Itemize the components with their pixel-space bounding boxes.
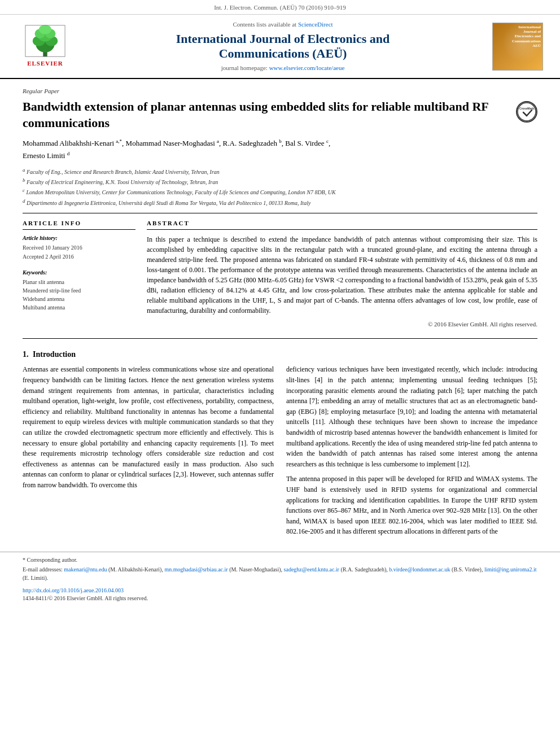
- abstract-block: ABSTRACT In this paper a technique is de…: [147, 219, 537, 333]
- affiliations-block: a Faculty of Eng., Science and Research …: [23, 167, 537, 207]
- journal-homepage: journal homepage: www.elsevier.com/locat…: [79, 64, 487, 72]
- doi-link[interactable]: http://dx.doi.org/10.1016/j.aeue.2016.04…: [23, 587, 124, 593]
- intro-para-2: deficiency various techniques have been …: [286, 364, 537, 469]
- author-3: R.A. Sadeghzadeh b: [223, 139, 282, 147]
- introduction-columns: Antennas are essential components in wir…: [23, 364, 537, 541]
- journal-title-block: Contents lists available at ScienceDirec…: [79, 20, 487, 72]
- homepage-link[interactable]: www.elsevier.com/locate/aeue: [269, 64, 345, 71]
- history-received: Received 10 January 2016: [23, 244, 135, 252]
- doi-line: http://dx.doi.org/10.1016/j.aeue.2016.04…: [0, 587, 560, 595]
- email-4[interactable]: b.virdee@londonmet.ac.uk: [389, 566, 450, 573]
- main-content-divider: [23, 338, 537, 339]
- intro-para-1: Antennas are essential components in wir…: [23, 364, 274, 490]
- email-addresses: makenari@ntu.edu (M. Alibakhshi-Kenari),…: [23, 566, 536, 581]
- elsevier-tree-icon: [23, 24, 68, 58]
- email-5[interactable]: limiti@ing.uniroma2.it: [484, 566, 537, 573]
- journal-cover-image: InternationalJournal ofElectronics andCo…: [487, 23, 549, 71]
- journal-name: International Journal of Electronics and…: [79, 32, 487, 62]
- abstract-text: In this paper a technique is described t…: [147, 234, 537, 316]
- keyword-3: Wideband antenna: [23, 295, 135, 303]
- email-2[interactable]: mn.moghadasi@srbiau.ac.ir: [164, 566, 228, 573]
- affiliation-d: d Dipartimento di Ingegneria Elettronica…: [23, 198, 537, 207]
- intro-col-2: deficiency various techniques have been …: [286, 364, 537, 541]
- top-citation-bar: Int. J. Electron. Commun. (AEÜ) 70 (2016…: [0, 0, 560, 15]
- elsevier-label-text: ELSEVIER: [27, 59, 63, 68]
- issn-line: 1434-8411/© 2016 Elsevier GmbH. All righ…: [0, 595, 560, 602]
- paper-title: Bandwidth extension of planar antennas u…: [23, 99, 537, 131]
- keyword-1: Planar slit antenna: [23, 278, 135, 286]
- affiliation-a: a Faculty of Eng., Science and Research …: [23, 167, 537, 176]
- article-info-title: ARTICLE INFO: [23, 219, 135, 230]
- email-label: E-mail addresses:: [23, 566, 63, 573]
- sciencedirect-link: Contents lists available at ScienceDirec…: [79, 20, 487, 29]
- paper-title-block: CrossMark Bandwidth extension of planar …: [23, 99, 537, 131]
- cover-logo-text: InternationalJournal ofElectronics andCo…: [512, 25, 541, 49]
- sciencedirect-anchor[interactable]: ScienceDirect: [298, 21, 333, 28]
- copyright-line: © 2016 Elsevier GmbH. All rights reserve…: [147, 320, 537, 329]
- article-info-divider: [23, 213, 537, 213]
- article-info-block: ARTICLE INFO Article history: Received 1…: [23, 219, 135, 333]
- paper-section: Regular Paper CrossMark Bandwidth extens…: [0, 87, 560, 339]
- keyword-2: Meandered strip-line feed: [23, 287, 135, 295]
- abstract-title: ABSTRACT: [147, 219, 537, 230]
- article-info-abstract-layout: ARTICLE INFO Article history: Received 1…: [23, 219, 537, 333]
- author-5: Ernesto Limiti d: [23, 151, 69, 160]
- elsevier-logo: ELSEVIER: [23, 24, 68, 68]
- paper-type-label: Regular Paper: [23, 87, 537, 95]
- crossmark-svg: CrossMark: [517, 102, 536, 121]
- affiliation-c: c London Metropolitan University, Center…: [23, 187, 537, 196]
- elsevier-branding: ELSEVIER: [11, 24, 79, 68]
- authors-line: Mohammad Alibakhshi-Kenari a,*, Mohammad…: [23, 137, 537, 162]
- email-3[interactable]: sadeghz@eetd.kntu.ac.ir: [284, 566, 339, 573]
- citation-text: Int. J. Electron. Commun. (AEÜ) 70 (2016…: [214, 4, 346, 11]
- crossmark-badge-container: CrossMark: [516, 101, 537, 123]
- intro-col-1: Antennas are essential components in wir…: [23, 364, 274, 541]
- footnotes-block: * Corresponding author. E-mail addresses…: [0, 552, 560, 582]
- introduction-title-text: Introduction: [33, 350, 76, 359]
- affiliation-b: b Faculty of Electrical Engineering, K.N…: [23, 177, 537, 186]
- main-content: 1. Introduction Antennas are essential c…: [0, 349, 560, 541]
- author-2: Mohammad Naser-Moghadasi a: [126, 139, 219, 147]
- journal-header: ELSEVIER Contents lists available at Sci…: [0, 15, 560, 79]
- author-1: Mohammad Alibakhshi-Kenari a,*: [23, 139, 122, 147]
- svg-point-9: [518, 103, 536, 121]
- keyword-4: Multiband antenna: [23, 304, 135, 312]
- svg-point-7: [39, 25, 51, 34]
- corresponding-author-note: * Corresponding author.: [23, 556, 537, 564]
- keywords-label: Keywords:: [23, 269, 135, 277]
- email-1[interactable]: makenari@ntu.edu: [64, 566, 107, 573]
- author-4: Bal S. Virdee c: [285, 139, 329, 147]
- email-footnote: E-mail addresses: makenari@ntu.edu (M. A…: [23, 565, 537, 582]
- history-accepted: Accepted 2 April 2016: [23, 253, 135, 261]
- introduction-heading: 1. Introduction: [23, 349, 537, 360]
- journal-cover-thumbnail: InternationalJournal ofElectronics andCo…: [492, 23, 543, 71]
- intro-para-3: The antenna proposed in this paper will …: [286, 474, 537, 537]
- cover-inner: InternationalJournal ofElectronics andCo…: [493, 23, 542, 70]
- crossmark-icon: CrossMark: [516, 101, 537, 123]
- history-label: Article history:: [23, 234, 135, 242]
